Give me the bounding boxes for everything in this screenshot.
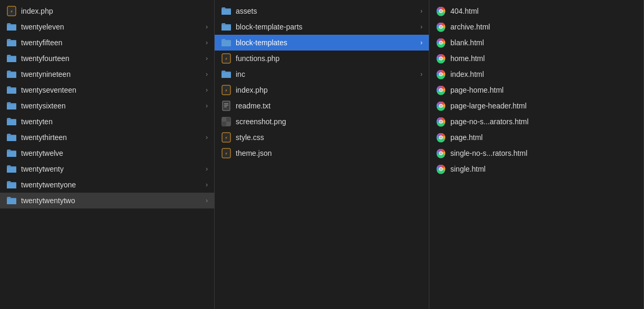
file-name: index.html xyxy=(450,70,637,78)
file-name: page-large-header.html xyxy=(450,102,637,110)
list-item-theme-json[interactable]: ⚡ theme.json xyxy=(215,145,429,161)
file-name: 404.html xyxy=(450,7,637,15)
list-item-inc[interactable]: inc › xyxy=(215,66,429,82)
file-name: block-template-parts xyxy=(236,23,416,31)
svg-point-36 xyxy=(440,89,442,92)
chevron-right-icon: › xyxy=(206,197,208,204)
svg-point-24 xyxy=(440,26,442,28)
list-item-home-html[interactable]: home.html xyxy=(429,51,643,66)
list-item-index-php-2[interactable]: ⚡ index.php xyxy=(215,82,429,98)
list-item-twentysixteen[interactable]: twentysixteen › xyxy=(0,98,214,114)
html-icon xyxy=(436,101,446,111)
file-name: assets xyxy=(236,7,416,15)
file-name: archive.html xyxy=(450,23,637,31)
list-item-style-css[interactable]: ⚡ style.css xyxy=(215,129,429,145)
file-name: twentyseventeen xyxy=(21,86,202,94)
list-item-twentynineteen[interactable]: twentynineteen › xyxy=(0,66,214,82)
file-name: index.php xyxy=(21,7,208,15)
list-item-blank-html[interactable]: blank.html xyxy=(429,35,643,51)
svg-point-51 xyxy=(440,168,442,171)
list-item-twentytwelve[interactable]: twentytwelve xyxy=(0,145,214,161)
folder-icon xyxy=(221,23,232,31)
file-name: single-no-s...rators.html xyxy=(450,149,637,157)
list-item-block-templates[interactable]: block-templates › xyxy=(215,35,429,51)
list-item-twentyfifteen[interactable]: twentyfifteen › xyxy=(0,35,214,51)
list-item-assets[interactable]: assets › xyxy=(215,3,429,19)
list-item-twentytwentytwo[interactable]: twentytwentytwo › xyxy=(0,193,214,208)
html-icon xyxy=(436,69,446,79)
list-item-page-no-s-arators-html[interactable]: page-no-s...arators.html xyxy=(429,114,643,129)
chevron-right-icon: › xyxy=(420,23,422,31)
file-name: functions.php xyxy=(236,54,422,63)
folder-icon xyxy=(221,70,232,78)
list-item-archive-html[interactable]: archive.html xyxy=(429,19,643,35)
list-item-readme-txt[interactable]: readme.txt xyxy=(215,98,429,114)
list-item-twentyseventeen[interactable]: twentyseventeen › xyxy=(0,82,214,98)
list-item-index-php-1[interactable]: ⚡ index.php xyxy=(0,3,214,19)
column-1: ⚡ index.php twentyeleven › twentyfifteen… xyxy=(0,0,215,309)
folder-icon xyxy=(6,70,17,78)
folder-icon xyxy=(6,23,17,31)
html-icon xyxy=(436,53,446,64)
list-item-functions-php[interactable]: ⚡ functions.php xyxy=(215,51,429,66)
list-item-twentytwentyone[interactable]: twentytwentyone › xyxy=(0,177,214,193)
file-name: twentytwenty xyxy=(21,165,202,173)
svg-text:⚡: ⚡ xyxy=(225,135,227,141)
list-item-twentyfourteen[interactable]: twentyfourteen › xyxy=(0,51,214,66)
list-item-404-html[interactable]: 404.html xyxy=(429,3,643,19)
list-item-twentyeleven[interactable]: twentyeleven › xyxy=(0,19,214,35)
svg-point-48 xyxy=(440,152,442,155)
list-item-single-html[interactable]: single.html xyxy=(429,161,643,177)
file-name: twentytwelve xyxy=(21,149,208,157)
file-name: blank.html xyxy=(450,38,637,47)
file-name: block-templates xyxy=(236,38,416,47)
file-name: twentyfourteen xyxy=(21,54,202,63)
list-item-index-html[interactable]: index.html xyxy=(429,66,643,82)
svg-text:⚡: ⚡ xyxy=(225,88,227,93)
list-item-twentythirteen[interactable]: twentythirteen › xyxy=(0,129,214,145)
file-name: twentyten xyxy=(21,117,208,126)
svg-point-21 xyxy=(440,10,442,13)
svg-rect-12 xyxy=(226,117,230,122)
folder-icon xyxy=(6,181,17,189)
file-name: twentytwentytwo xyxy=(21,196,202,205)
html-icon xyxy=(436,148,446,158)
chevron-right-icon: › xyxy=(206,39,208,46)
php-icon: ⚡ xyxy=(221,85,232,95)
list-item-block-template-parts[interactable]: block-template-parts › xyxy=(215,19,429,35)
file-name: single.html xyxy=(450,165,637,173)
column-2: assets › block-template-parts › block-te… xyxy=(215,0,429,309)
svg-rect-14 xyxy=(226,122,230,126)
folder-icon xyxy=(6,165,17,173)
html-icon xyxy=(436,132,446,143)
svg-rect-6 xyxy=(223,101,230,111)
file-name: page-home.html xyxy=(450,86,637,94)
file-name: theme.json xyxy=(236,149,422,157)
folder-icon xyxy=(6,133,17,142)
png-icon xyxy=(221,116,232,127)
svg-point-39 xyxy=(440,105,442,107)
column-3: 404.html archive.html blank.html xyxy=(429,0,644,309)
list-item-page-html[interactable]: page.html xyxy=(429,129,643,145)
file-name: twentytwentyone xyxy=(21,181,202,189)
svg-text:⚡: ⚡ xyxy=(225,151,227,156)
html-icon xyxy=(436,116,446,127)
html-icon xyxy=(436,85,446,95)
list-item-single-no-s-rators-html[interactable]: single-no-s...rators.html xyxy=(429,145,643,161)
chevron-right-icon: › xyxy=(420,7,422,15)
list-item-twentytwenty[interactable]: twentytwenty › xyxy=(0,161,214,177)
list-item-page-home-html[interactable]: page-home.html xyxy=(429,82,643,98)
file-name: twentyfifteen xyxy=(21,38,202,47)
css-icon: ⚡ xyxy=(221,132,232,143)
list-item-twentyten[interactable]: twentyten xyxy=(0,114,214,129)
txt-icon xyxy=(221,101,232,111)
svg-rect-11 xyxy=(222,117,226,122)
file-name: twentysixteen xyxy=(21,102,202,110)
svg-point-27 xyxy=(440,42,442,44)
json-icon: ⚡ xyxy=(221,148,232,158)
file-name: home.html xyxy=(450,54,637,63)
svg-point-33 xyxy=(440,73,442,76)
list-item-screenshot-png[interactable]: screenshot.png xyxy=(215,114,429,129)
list-item-page-large-header-html[interactable]: page-large-header.html xyxy=(429,98,643,114)
chevron-right-icon: › xyxy=(206,181,208,188)
